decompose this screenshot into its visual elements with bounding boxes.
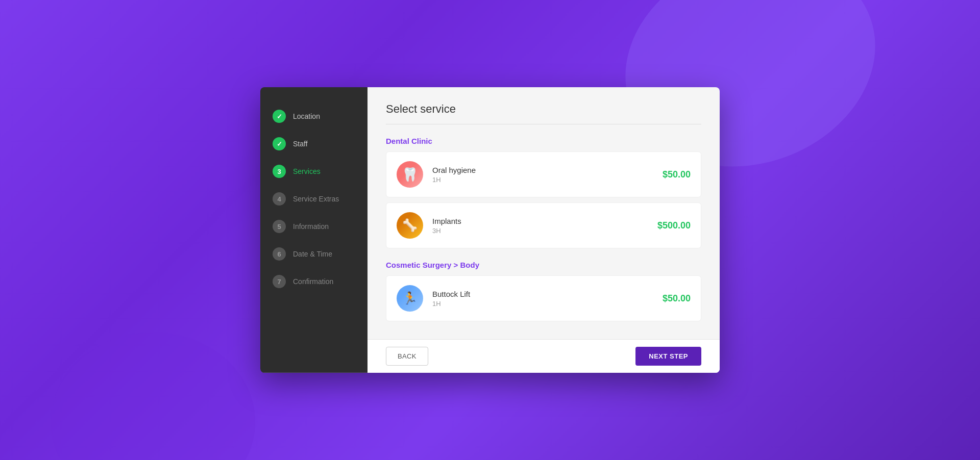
sidebar-divider (260, 372, 368, 373)
thumbnail-oral-hygiene (397, 161, 423, 188)
category-title-cosmetic: Cosmetic Surgery > Body (386, 261, 701, 269)
sidebar-label-information: Information (293, 222, 329, 231)
step-number-confirmation: 7 (277, 278, 281, 286)
title-divider (386, 124, 701, 124)
service-price-oral: $50.00 (663, 169, 691, 180)
step-badge-location: ✓ (273, 110, 286, 123)
sidebar-item-confirmation[interactable]: 7 Confirmation (260, 268, 368, 295)
page-title: Select service (386, 103, 701, 116)
service-info-oral: Oral hygiene 1H (432, 166, 663, 184)
sidebar-label-datetime: Date & Time (293, 250, 332, 258)
service-name-buttock: Buttock Lift (432, 290, 663, 298)
step-number-datetime: 6 (277, 250, 281, 258)
category-title-dental: Dental Clinic (386, 137, 701, 145)
service-card-implants[interactable]: Implants 3H $500.00 (386, 202, 701, 248)
check-icon: ✓ (277, 113, 282, 120)
service-duration-implants: 3H (432, 227, 657, 235)
service-name-implants: Implants (432, 217, 657, 225)
category-dental: Dental Clinic Oral hygiene 1H $50.00 Imp… (386, 137, 701, 248)
step-number-information: 5 (277, 223, 281, 231)
service-name-oral: Oral hygiene (432, 166, 663, 174)
step-badge-extras: 4 (273, 192, 286, 206)
sidebar-item-services[interactable]: 3 Services (260, 158, 368, 185)
service-price-implants: $500.00 (657, 220, 691, 231)
thumbnail-implants (397, 212, 423, 239)
step-badge-services: 3 (273, 165, 286, 178)
step-badge-information: 5 (273, 220, 286, 233)
sidebar-label-services: Services (293, 167, 321, 175)
step-badge-confirmation: 7 (273, 275, 286, 288)
back-button[interactable]: BACK (386, 347, 428, 366)
step-badge-datetime: 6 (273, 247, 286, 261)
sidebar-item-staff[interactable]: ✓ Staff (260, 130, 368, 158)
thumbnail-buttock-lift (397, 285, 423, 312)
footer: BACK NEXT STEP (368, 339, 720, 373)
sidebar: ✓ Location ✓ Staff 3 Services 4 Service … (260, 87, 368, 373)
step-number-extras: 4 (277, 195, 281, 203)
service-info-buttock: Buttock Lift 1H (432, 290, 663, 308)
service-card-oral-hygiene[interactable]: Oral hygiene 1H $50.00 (386, 151, 701, 197)
next-step-button[interactable]: NEXT STEP (635, 347, 701, 366)
main-content: Select service Dental Clinic Oral hygien… (368, 87, 720, 373)
service-duration-buttock: 1H (432, 300, 663, 308)
sidebar-label-confirmation: Confirmation (293, 277, 333, 286)
step-badge-staff: ✓ (273, 137, 286, 150)
content-area: Select service Dental Clinic Oral hygien… (368, 87, 720, 339)
sidebar-label-staff: Staff (293, 140, 308, 148)
sidebar-label-location: Location (293, 112, 320, 120)
check-icon-staff: ✓ (277, 140, 282, 148)
sidebar-item-datetime[interactable]: 6 Date & Time (260, 240, 368, 268)
sidebar-item-information[interactable]: 5 Information (260, 213, 368, 240)
sidebar-item-service-extras[interactable]: 4 Service Extras (260, 185, 368, 213)
service-info-implants: Implants 3H (432, 217, 657, 235)
service-duration-oral: 1H (432, 176, 663, 184)
category-cosmetic: Cosmetic Surgery > Body Buttock Lift 1H … (386, 261, 701, 321)
service-price-buttock: $50.00 (663, 293, 691, 304)
sidebar-label-extras: Service Extras (293, 195, 339, 203)
service-card-buttock-lift[interactable]: Buttock Lift 1H $50.00 (386, 275, 701, 321)
sidebar-item-location[interactable]: ✓ Location (260, 103, 368, 130)
step-number-services: 3 (277, 168, 281, 175)
